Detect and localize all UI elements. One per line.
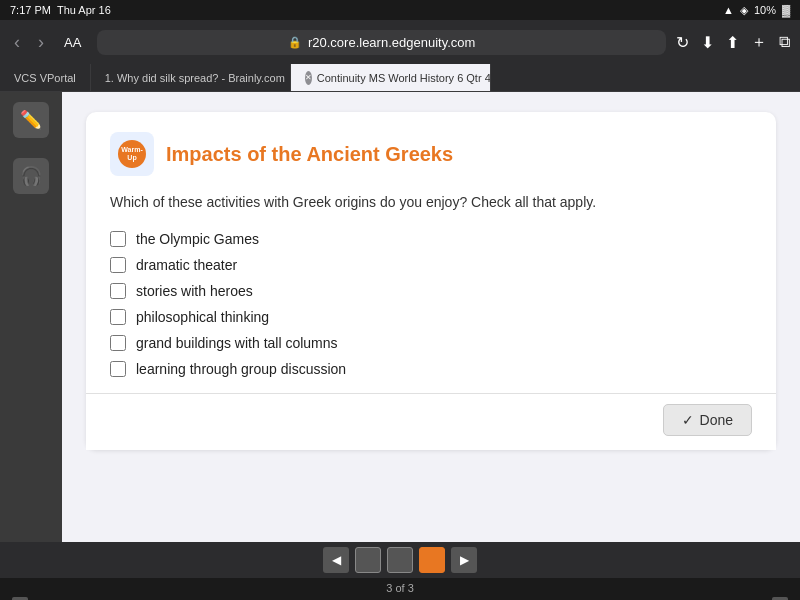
pencil-tool-button[interactable]: ✏️ (13, 102, 49, 138)
checkbox-group-discussion[interactable] (110, 361, 126, 377)
back-button[interactable]: ‹ (10, 30, 24, 55)
done-button[interactable]: ✓ Done (663, 404, 752, 436)
checkbox-olympic-games-label: the Olympic Games (136, 231, 259, 247)
checkbox-group-discussion-label: learning through group discussion (136, 361, 346, 377)
page-1-button[interactable] (355, 547, 381, 573)
page-2-button[interactable] (387, 547, 413, 573)
page-3-button[interactable] (419, 547, 445, 573)
tab-vcs[interactable]: VCS VPortal (0, 64, 91, 91)
list-item[interactable]: dramatic theater (110, 257, 752, 273)
checkbox-list: the Olympic Games dramatic theater stori… (110, 231, 752, 377)
status-right: ▲ ◈ 10% ▓ (723, 4, 790, 17)
checkbox-olympic-games[interactable] (110, 231, 126, 247)
tab-edgenuity-label: Continuity MS World History 6 Qtr 4 (SY1… (317, 72, 491, 84)
url-text: r20.core.learn.edgenuity.com (308, 35, 475, 50)
status-bar: 7:17 PM Thu Apr 16 ▲ ◈ 10% ▓ (0, 0, 800, 20)
share-button[interactable]: ⬆ (726, 33, 739, 52)
card-header: Warm-Up Impacts of the Ancient Greeks (110, 132, 752, 176)
reader-mode-button[interactable]: AA (58, 33, 87, 52)
main-area: ✏️ 🎧 Warm-Up Impacts of the Ancient Gree… (0, 92, 800, 542)
download-button[interactable]: ⬇ (701, 33, 714, 52)
list-item[interactable]: the Olympic Games (110, 231, 752, 247)
list-item[interactable]: stories with heroes (110, 283, 752, 299)
question-text: Which of these activities with Greek ori… (110, 192, 752, 213)
warm-up-label: Warm-Up (118, 146, 146, 161)
prev-activity-bar: ◀ Previous Activity ▶ (0, 594, 800, 600)
checkbox-dramatic-theater-label: dramatic theater (136, 257, 237, 273)
reload-button[interactable]: ↻ (676, 33, 689, 52)
next-page-button[interactable]: ▶ (451, 547, 477, 573)
checkbox-grand-buildings-label: grand buildings with tall columns (136, 335, 338, 351)
checkbox-stories-heroes-label: stories with heroes (136, 283, 253, 299)
done-checkmark-icon: ✓ (682, 412, 694, 428)
list-item[interactable]: grand buildings with tall columns (110, 335, 752, 351)
tab-brainly-label: 1. Why did silk spread? - Brainly.com (105, 72, 285, 84)
status-left: 7:17 PM Thu Apr 16 (10, 4, 111, 16)
browser-actions: ↻ ⬇ ⬆ ＋ ⧉ (676, 32, 790, 53)
checkbox-dramatic-theater[interactable] (110, 257, 126, 273)
content-area: Warm-Up Impacts of the Ancient Greeks Wh… (62, 92, 800, 542)
battery-label: 10% (754, 4, 776, 16)
tabs-bar: VCS VPortal 1. Why did silk spread? - Br… (0, 64, 800, 92)
tabs-overview-button[interactable]: ⧉ (779, 33, 790, 51)
page-indicator: 3 of 3 (386, 582, 414, 594)
tab-vcs-label: VCS VPortal (14, 72, 76, 84)
checkbox-grand-buildings[interactable] (110, 335, 126, 351)
checkbox-philosophical[interactable] (110, 309, 126, 325)
prev-page-button[interactable]: ◀ (323, 547, 349, 573)
day: Thu Apr 16 (57, 4, 111, 16)
card-title: Impacts of the Ancient Greeks (166, 143, 453, 166)
checkbox-stories-heroes[interactable] (110, 283, 126, 299)
time: 7:17 PM (10, 4, 51, 16)
forward-button[interactable]: › (34, 30, 48, 55)
lock-icon: 🔒 (288, 36, 302, 49)
browser-chrome: ‹ › AA 🔒 r20.core.learn.edgenuity.com ↻ … (0, 20, 800, 64)
checkbox-philosophical-label: philosophical thinking (136, 309, 269, 325)
wifi-icon: ▲ (723, 4, 734, 16)
list-item[interactable]: philosophical thinking (110, 309, 752, 325)
list-item[interactable]: learning through group discussion (110, 361, 752, 377)
new-tab-button[interactable]: ＋ (751, 32, 767, 53)
tab-brainly[interactable]: 1. Why did silk spread? - Brainly.com (91, 64, 291, 91)
warm-up-badge: Warm-Up (118, 140, 146, 168)
battery-icon: ▓ (782, 4, 790, 16)
tab-edgenuity[interactable]: ✕ Continuity MS World History 6 Qtr 4 (S… (291, 64, 491, 91)
sidebar: ✏️ 🎧 (0, 92, 62, 542)
signal-icon: ◈ (740, 4, 748, 17)
done-label: Done (700, 412, 733, 428)
url-bar[interactable]: 🔒 r20.core.learn.edgenuity.com (97, 30, 666, 55)
audio-tool-button[interactable]: 🎧 (13, 158, 49, 194)
bottom-nav: ◀ ▶ 3 of 3 (0, 542, 800, 578)
tab-close-icon[interactable]: ✕ (305, 71, 312, 85)
warm-up-icon: Warm-Up (110, 132, 154, 176)
activity-card: Warm-Up Impacts of the Ancient Greeks Wh… (86, 112, 776, 450)
done-row: ✓ Done (86, 393, 776, 450)
